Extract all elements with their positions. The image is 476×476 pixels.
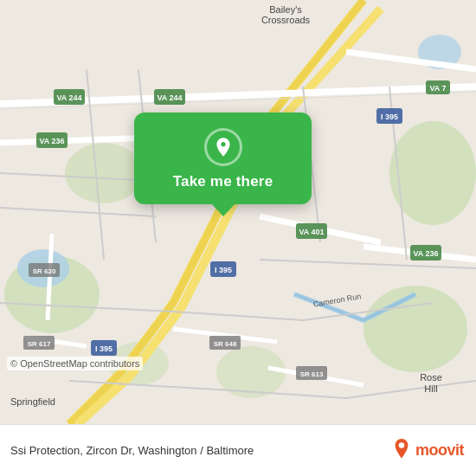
take-me-there-label: Take me there [173, 173, 273, 190]
svg-text:VA 236: VA 236 [413, 249, 438, 258]
svg-text:I 395: I 395 [215, 266, 232, 274]
svg-text:SR 613: SR 613 [300, 370, 324, 378]
popup-pin-icon [204, 128, 242, 166]
svg-text:VA 244: VA 244 [56, 93, 81, 102]
svg-text:VA 401: VA 401 [299, 228, 324, 236]
svg-point-4 [65, 143, 143, 203]
svg-text:VA 236: VA 236 [39, 137, 64, 145]
take-me-there-button[interactable]: Take me there [134, 113, 312, 204]
svg-text:VA 7: VA 7 [429, 84, 446, 93]
moovit-text: moovit [415, 441, 464, 460]
moovit-logo: moovit [391, 439, 464, 463]
location-pin-icon [212, 136, 235, 158]
svg-text:SR 620: SR 620 [33, 267, 56, 275]
svg-text:Springfield: Springfield [10, 396, 55, 407]
svg-point-3 [363, 286, 467, 372]
map-container: Bailey's Crossroads VA 244 VA 244 VA 236… [0, 0, 476, 424]
svg-point-41 [399, 442, 405, 448]
copyright-text: © OpenStreetMap contributors [7, 357, 143, 370]
svg-text:SR 617: SR 617 [28, 340, 51, 348]
svg-text:VA 244: VA 244 [157, 93, 182, 102]
svg-text:SR 648: SR 648 [214, 340, 237, 348]
svg-text:Bailey's: Bailey's [269, 4, 302, 15]
svg-text:I 395: I 395 [95, 344, 113, 353]
bottom-bar: Ssi Protection, Zircon Dr, Washington / … [0, 424, 476, 476]
location-text: Ssi Protection, Zircon Dr, Washington / … [10, 444, 391, 457]
moovit-pin-icon [391, 439, 412, 463]
svg-text:I 395: I 395 [381, 113, 398, 121]
svg-text:Hill: Hill [424, 383, 437, 394]
svg-text:Crossroads: Crossroads [261, 15, 311, 25]
svg-text:Rose: Rose [420, 372, 442, 383]
